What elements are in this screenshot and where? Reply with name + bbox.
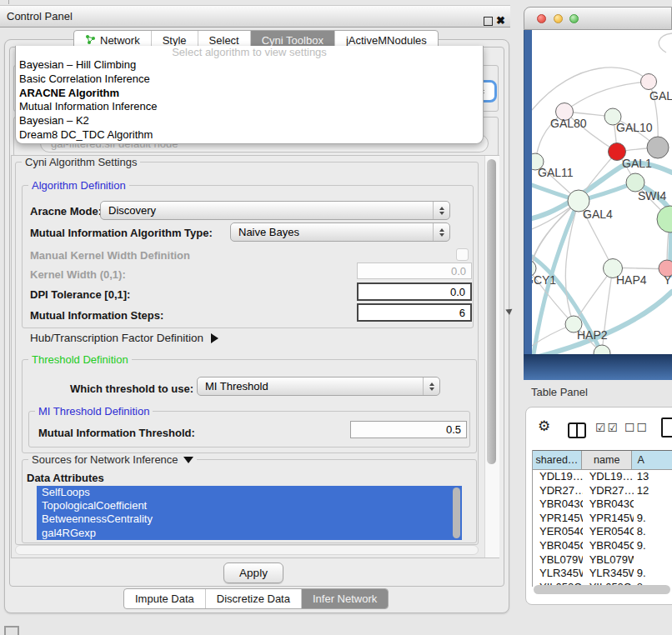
column-header-a[interactable]: A	[632, 451, 672, 469]
attribute-item-betweennesscentrality[interactable]: BetweennessCentrality	[37, 512, 462, 526]
algorithm-option-bayesian-hill-climbing[interactable]: Bayesian – Hill Climbing	[16, 58, 483, 72]
mi-threshold-field[interactable]	[350, 421, 467, 438]
algorithm-option-basic-correlation-inference[interactable]: Basic Correlation Inference	[16, 72, 483, 87]
sources-group-title[interactable]: Sources for Network Inference	[28, 453, 197, 466]
network-view[interactable]: GALGAL80GAL10GAL1GAL11SWI4GAL4GCY1HAP4YH…	[532, 30, 672, 354]
algorithm-option-dream8-dc-tdc-algorithm[interactable]: Dream8 DC_TDC Algorithm	[16, 128, 483, 142]
network-window-frame-bottom	[524, 354, 672, 380]
unchecked-boxes-icon[interactable]: ☐☐	[624, 421, 649, 434]
minimize-window-icon[interactable]	[554, 14, 563, 23]
node-label: GAL10	[616, 121, 653, 134]
table-panel-title: Table Panel	[531, 386, 588, 398]
node-label: HAP4	[616, 273, 647, 287]
app-root: { "colors": { "selection_blue": "#3e70d2…	[0, 0, 672, 635]
tab-infer-network[interactable]: Infer Network	[302, 589, 388, 608]
stepper-arrows-icon	[423, 378, 439, 395]
attribute-item-topologicalcoefficient[interactable]: TopologicalCoefficient	[37, 499, 462, 512]
zoom-window-icon[interactable]	[569, 14, 579, 23]
data-attributes-label: Data Attributes	[27, 472, 104, 484]
manual-kernel-checkbox[interactable]	[456, 248, 469, 261]
threshold-definition-title: Threshold Definition	[28, 353, 132, 366]
checked-boxes-icon[interactable]: ☑☑	[595, 421, 619, 434]
node-table: shared…nameA YDL19…YDL19…13YDR27…YDR27…1…	[532, 450, 672, 587]
aracne-mode-label: Aracne Mode:	[30, 205, 102, 218]
task-tabbar: Impute DataDiscretize DataInfer Network	[123, 588, 389, 609]
node-label: GAL4	[583, 208, 613, 221]
table-hscrollbar[interactable]	[534, 585, 670, 594]
network-node[interactable]	[657, 206, 672, 232]
algorithm-option-bayesian-k2[interactable]: Bayesian – K2	[16, 114, 483, 128]
algorithm-dropdown-popup: Select algorithm to view settings Bayesi…	[15, 46, 484, 144]
mi-type-select[interactable]: Naive Bayes	[230, 222, 450, 242]
settings-scrollbar-thumb[interactable]	[487, 159, 496, 464]
table-row[interactable]: YBR045CYBR045C9.	[533, 539, 672, 553]
node-label: GAL11	[538, 166, 574, 179]
node-label: GAL	[649, 89, 672, 102]
table-row[interactable]: YDR27…YDR27…12	[533, 484, 672, 498]
collapse-down-icon	[183, 457, 193, 463]
manual-kernel-label: Manual Kernel Width Definition	[30, 249, 190, 262]
node-label: Y	[664, 273, 672, 287]
dpi-tolerance-field[interactable]	[357, 282, 472, 301]
kernel-width-field[interactable]	[357, 262, 472, 279]
table-row[interactable]: YPR145WYPR145W9.	[533, 512, 672, 526]
dpi-tolerance-label: DPI Tolerance [0,1]:	[30, 288, 130, 301]
algorithm-option-aracne-algorithm[interactable]: ARACNE Algorithm	[16, 87, 483, 101]
table-row[interactable]: YLR345WYLR345W9.	[533, 567, 672, 581]
mi-steps-field[interactable]	[357, 303, 472, 322]
node-label: GAL1	[622, 157, 652, 170]
mi-threshold-label: Mutual Information Threshold:	[38, 427, 195, 439]
network-node-gal[interactable]	[641, 74, 657, 90]
table-row[interactable]: YDL19…YDL19…13	[533, 470, 672, 484]
dropdown-placeholder: Select algorithm to view settings	[16, 46, 483, 58]
columns-icon[interactable]	[568, 422, 586, 438]
cyni-settings-title: Cyni Algorithm Settings	[22, 156, 140, 168]
mi-threshold-group-title: MI Threshold Definition	[35, 405, 153, 418]
stepper-arrows-icon	[433, 202, 449, 219]
stepper-arrows-icon	[433, 223, 449, 241]
dropdown-items: Bayesian – Hill ClimbingBasic Correlatio…	[16, 58, 483, 142]
document-icon[interactable]	[661, 418, 672, 438]
network-window-titlebar[interactable]	[524, 7, 672, 30]
close-panel-icon[interactable]: ✖	[496, 10, 505, 31]
settings-hscrollbar[interactable]	[15, 545, 479, 555]
mi-steps-label: Mutual Information Steps:	[30, 309, 163, 322]
node-label: GCY1	[532, 273, 556, 287]
algorithm-option-mutual-information-inference[interactable]: Mutual Information Inference	[16, 100, 483, 114]
control-panel-titlebar: Control Panel ✖	[0, 5, 510, 28]
table-header-row: shared…nameA	[533, 450, 672, 470]
window-edge-tick	[8, 0, 9, 4]
network-window-frame-left	[524, 30, 532, 354]
hub-definition-expander[interactable]: Hub/Transcription Factor Definition	[30, 332, 218, 344]
network-node[interactable]	[647, 137, 669, 158]
aracne-mode-select[interactable]: Discovery	[100, 201, 450, 220]
data-attributes-list[interactable]: SelfLoopsTopologicalCoefficientBetweenne…	[37, 486, 462, 540]
attribute-item-selfloops[interactable]: SelfLoops	[37, 486, 462, 499]
float-panel-icon[interactable]	[484, 17, 493, 26]
control-panel-title: Control Panel	[7, 6, 73, 27]
expand-right-icon	[211, 333, 218, 343]
table-row[interactable]: YER054CYER054C8.	[533, 525, 672, 539]
which-threshold-select[interactable]: MI Threshold	[197, 377, 440, 396]
kernel-width-label: Kernel Width (0,1):	[30, 268, 126, 281]
table-row[interactable]: YBR043CYBR043C	[533, 498, 672, 512]
algorithm-definition-title: Algorithm Definition	[28, 179, 129, 192]
attribute-item-gal4rgexp[interactable]: gal4RGexp	[37, 527, 462, 540]
corner-grid-icon[interactable]	[4, 626, 19, 635]
apply-button[interactable]: Apply	[223, 562, 283, 583]
gear-icon[interactable]: ⚙	[538, 418, 550, 434]
tab-discretize-data[interactable]: Discretize Data	[206, 589, 302, 608]
close-window-icon[interactable]	[537, 14, 546, 23]
attribute-list-scrollbar[interactable]	[453, 488, 460, 538]
tab-impute-data[interactable]: Impute Data	[124, 589, 206, 608]
node-label: SWI4	[638, 189, 666, 202]
mi-type-label: Mutual Information Algorithm Type:	[30, 227, 213, 239]
column-header-shared-[interactable]: shared…	[533, 451, 582, 469]
table-body: YDL19…YDL19…13YDR27…YDR27…12YBR043CYBR04…	[533, 470, 672, 587]
column-header-name[interactable]: name	[582, 451, 633, 469]
table-row[interactable]: YBL079WYBL079W	[533, 553, 672, 568]
which-threshold-label: Which threshold to use:	[70, 382, 193, 395]
node-label: HAP2	[577, 328, 608, 342]
node-label: GAL80	[550, 117, 587, 130]
